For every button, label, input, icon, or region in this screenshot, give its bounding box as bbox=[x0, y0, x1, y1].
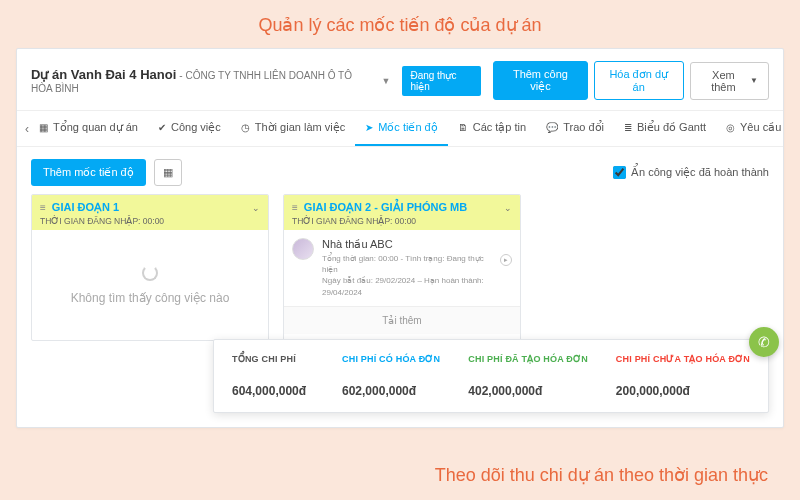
tab-bar: ‹ ▦Tổng quan dự án ✔Công việc ◷Thời gian… bbox=[17, 110, 783, 147]
cost-summary-panel: TỔNG CHI PHÍ 604,000,000đ CHI PHÍ CÓ HÓA… bbox=[213, 339, 769, 413]
column-title: GIAI ĐOẠN 2 - GIẢI PHÓNG MB bbox=[304, 201, 467, 214]
tab-milestones[interactable]: ➤Mốc tiến độ bbox=[355, 111, 448, 146]
tab-gantt[interactable]: ≣Biểu đồ Gantt bbox=[614, 111, 716, 146]
list-view-button[interactable]: ▦ bbox=[154, 159, 182, 186]
banner-top: Quản lý các mốc tiến độ của dự án bbox=[0, 0, 800, 48]
drag-handle-icon[interactable]: ≡ bbox=[40, 202, 46, 213]
chevron-down-icon: ▼ bbox=[750, 76, 758, 85]
check-icon: ✔ bbox=[158, 122, 166, 133]
column-title: GIAI ĐOẠN 1 bbox=[52, 201, 119, 214]
task-card[interactable]: Nhà thầu ABC Tổng thời gian: 00:00 - Tìn… bbox=[284, 230, 520, 307]
milestone-column: ≡ GIAI ĐOẠN 2 - GIẢI PHÓNG MB THỜI GIAN … bbox=[283, 194, 521, 341]
hide-completed-input[interactable] bbox=[613, 166, 626, 179]
cost-invoiced: CHI PHÍ CÓ HÓA ĐƠN 602,000,000đ bbox=[342, 354, 440, 398]
task-title: Nhà thầu ABC bbox=[322, 238, 492, 251]
column-login-time: THỜI GIAN ĐĂNG NHẬP: 00:00 bbox=[40, 216, 260, 226]
milestone-column: ≡ GIAI ĐOẠN 1 THỜI GIAN ĐĂNG NHẬP: 00:00… bbox=[31, 194, 269, 341]
cost-not-invoiced: CHI PHÍ CHƯA TẠO HÓA ĐƠN 200,000,000đ bbox=[616, 354, 750, 398]
add-task-button[interactable]: Thêm công việc bbox=[493, 61, 587, 100]
milestone-board: ≡ GIAI ĐOẠN 1 THỜI GIAN ĐĂNG NHẬP: 00:00… bbox=[17, 194, 783, 341]
status-badge[interactable]: Đang thực hiện bbox=[402, 66, 481, 96]
column-body-empty: Không tìm thấy công việc nào bbox=[32, 230, 268, 340]
project-header: Dự án Vanh Đai 4 Hanoi - CÔNG TY TNHH LI… bbox=[17, 49, 783, 110]
spinner-icon bbox=[142, 265, 158, 281]
column-header[interactable]: ≡ GIAI ĐOẠN 2 - GIẢI PHÓNG MB THỜI GIAN … bbox=[284, 195, 520, 230]
app-window: Dự án Vanh Đai 4 Hanoi - CÔNG TY TNHH LI… bbox=[16, 48, 784, 428]
file-icon: 🗎 bbox=[458, 122, 468, 133]
banner-bottom: Theo dõi thu chi dự án theo thời gian th… bbox=[435, 464, 768, 486]
milestone-toolbar: Thêm mốc tiến độ ▦ Ẩn công việc đã hoàn … bbox=[17, 147, 783, 194]
column-header[interactable]: ≡ GIAI ĐOẠN 1 THỜI GIAN ĐĂNG NHẬP: 00:00… bbox=[32, 195, 268, 230]
column-login-time: THỜI GIAN ĐĂNG NHẬP: 00:00 bbox=[292, 216, 512, 226]
avatar bbox=[292, 238, 314, 260]
empty-message: Không tìm thấy công việc nào bbox=[71, 291, 230, 305]
lifebuoy-icon: ◎ bbox=[726, 122, 735, 133]
gantt-icon: ≣ bbox=[624, 122, 632, 133]
help-fab[interactable]: ✆ bbox=[749, 327, 779, 357]
tab-support[interactable]: ◎Yêu cầu hỗ trợ bbox=[716, 111, 783, 146]
card-details-icon[interactable]: ▸ bbox=[500, 254, 512, 266]
project-dropdown-caret[interactable]: ▼ bbox=[381, 76, 390, 86]
more-button[interactable]: Xem thêm ▼ bbox=[690, 62, 769, 100]
chat-icon: 💬 bbox=[546, 122, 558, 133]
chevron-down-icon[interactable]: ⌄ bbox=[252, 203, 260, 213]
phone-icon: ✆ bbox=[758, 334, 770, 350]
project-title: Dự án Vanh Đai 4 Hanoi - CÔNG TY TNHH LI… bbox=[31, 67, 373, 94]
tab-overview[interactable]: ▦Tổng quan dự án bbox=[29, 111, 148, 146]
chevron-down-icon[interactable]: ⌄ bbox=[504, 203, 512, 213]
project-name: Dự án Vanh Đai 4 Hanoi bbox=[31, 67, 176, 82]
tab-tasks[interactable]: ✔Công việc bbox=[148, 111, 231, 146]
load-more-button[interactable]: Tải thêm bbox=[284, 307, 520, 334]
drag-handle-icon[interactable]: ≡ bbox=[292, 202, 298, 213]
location-icon: ➤ bbox=[365, 122, 373, 133]
cost-total: TỔNG CHI PHÍ 604,000,000đ bbox=[232, 354, 314, 398]
cost-created-invoice: CHI PHÍ ĐÃ TẠO HÓA ĐƠN 402,000,000đ bbox=[468, 354, 588, 398]
grid-icon: ▦ bbox=[39, 122, 48, 133]
tab-files[interactable]: 🗎Các tập tin bbox=[448, 111, 536, 146]
add-milestone-button[interactable]: Thêm mốc tiến độ bbox=[31, 159, 146, 186]
clock-icon: ◷ bbox=[241, 122, 250, 133]
tab-discuss[interactable]: 💬Trao đổi bbox=[536, 111, 614, 146]
tab-timesheet[interactable]: ◷Thời gian làm việc bbox=[231, 111, 355, 146]
project-invoice-button[interactable]: Hóa đơn dự án bbox=[594, 61, 684, 100]
hide-completed-checkbox[interactable]: Ẩn công việc đã hoàn thành bbox=[613, 166, 769, 179]
task-meta: Tổng thời gian: 00:00 - Tình trạng: Đang… bbox=[322, 253, 492, 298]
